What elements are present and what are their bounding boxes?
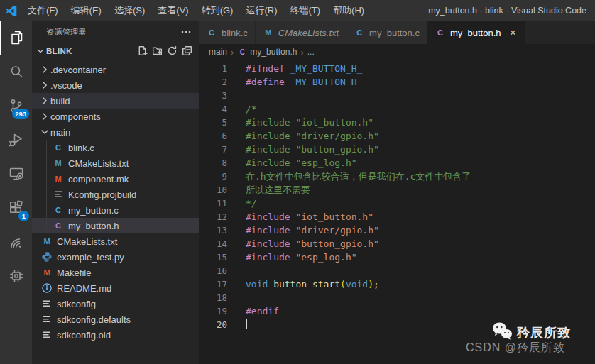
config-file-icon bbox=[41, 329, 53, 341]
activity-item-search[interactable] bbox=[0, 55, 32, 89]
tree-file-cmakelists.txt[interactable]: MCMakeLists.txt bbox=[32, 233, 199, 249]
new-file-button[interactable] bbox=[135, 44, 150, 58]
menu-r[interactable]: 运行(R) bbox=[239, 0, 283, 21]
code-line-20[interactable]: 20 bbox=[199, 318, 595, 331]
tree-file-my_button.c[interactable]: Cmy_button.c bbox=[32, 202, 199, 218]
line-number: 14 bbox=[199, 237, 227, 250]
config-file-icon bbox=[53, 189, 64, 200]
close-tab-icon[interactable]: × bbox=[507, 27, 518, 38]
menu-t[interactable]: 终端(T) bbox=[283, 0, 327, 21]
code-token: "driver/gpio.h" bbox=[295, 225, 378, 236]
code-line-8[interactable]: 8#include "esp_log.h" bbox=[199, 156, 595, 170]
code-line-7[interactable]: 7#include "button_gpio.h" bbox=[199, 143, 595, 156]
tree-file-kconfig.projbuild[interactable]: Kconfig.projbuild bbox=[32, 187, 199, 202]
tree-folder-.vscode[interactable]: .vscode bbox=[32, 77, 199, 93]
code-editor[interactable]: 1#ifndef _MY_BUTTON_H_2#define _MY_BUTTO… bbox=[199, 60, 595, 364]
tab-bar: Cblink.cMCMakeLists.txtCmy_button.cCmy_b… bbox=[199, 21, 595, 44]
code-line-3[interactable]: 3 bbox=[199, 89, 595, 102]
code-line-4[interactable]: 4/* bbox=[199, 102, 595, 116]
tab-cmakelists.txt[interactable]: MCMakeLists.txt bbox=[256, 21, 346, 44]
tree-item-label: sdkconfig.old bbox=[57, 330, 111, 341]
code-token bbox=[285, 77, 290, 87]
breadcrumb-item-...[interactable]: ... bbox=[307, 47, 315, 57]
tree-folder-main[interactable]: main bbox=[32, 124, 199, 140]
title-bar: 文件(F)编辑(E)选择(S)查看(V)转到(G)运行(R)终端(T)帮助(H)… bbox=[0, 0, 595, 21]
tab-blink.c[interactable]: Cblink.c bbox=[199, 21, 255, 44]
collapse-folders-button[interactable] bbox=[180, 44, 195, 58]
tree-file-sdkconfig[interactable]: sdkconfig bbox=[32, 296, 199, 311]
tree-item-label: my_button.c bbox=[68, 205, 119, 216]
code-line-13[interactable]: 13#include "driver/gpio.h" bbox=[199, 224, 595, 237]
activity-item-remote-explorer[interactable] bbox=[0, 158, 32, 192]
tree-folder-build[interactable]: build bbox=[32, 93, 199, 109]
tree-file-sdkconfig.defaults[interactable]: sdkconfig.defaults bbox=[32, 311, 199, 327]
code-line-18[interactable]: 18 bbox=[199, 291, 595, 304]
activity-item-source-control[interactable]: 293 bbox=[0, 89, 32, 123]
code-line-5[interactable]: 5#include "iot_button.h" bbox=[199, 116, 595, 129]
tree-file-makefile[interactable]: MMakefile bbox=[32, 265, 199, 280]
menu-h[interactable]: 帮助(H) bbox=[327, 0, 371, 21]
code-line-2[interactable]: 2#define _MY_BUTTON_H_ bbox=[199, 75, 595, 89]
tab-my_button.c[interactable]: Cmy_button.c bbox=[346, 21, 427, 44]
c-file-icon: C bbox=[53, 142, 64, 153]
refresh-icon bbox=[167, 45, 178, 57]
activity-item-espressif-idf[interactable] bbox=[0, 226, 32, 260]
activity-item-esp-idf-tools[interactable] bbox=[0, 260, 32, 294]
line-number: 6 bbox=[199, 129, 227, 143]
code-line-14[interactable]: 14#include "button_gpio.h" bbox=[199, 237, 595, 250]
tree-folder-.devcontainer[interactable]: .devcontainer bbox=[32, 62, 199, 77]
sidebar-title: 资源管理器 bbox=[46, 27, 87, 38]
code-line-1[interactable]: 1#ifndef _MY_BUTTON_H_ bbox=[199, 62, 595, 75]
tree-file-sdkconfig.old[interactable]: sdkconfig.old bbox=[32, 327, 199, 343]
code-token: #include "button_gpio.h" bbox=[246, 144, 379, 155]
breadcrumb-item-main[interactable]: main bbox=[209, 47, 227, 57]
code-line-12[interactable]: 12#include "iot_button.h" bbox=[199, 210, 595, 224]
code-token: "iot_button.h" bbox=[295, 211, 373, 222]
activity-item-explorer[interactable] bbox=[0, 21, 32, 55]
code-line-15[interactable]: 15#include "esp_log.h" bbox=[199, 250, 595, 264]
breadcrumb-item-my_button.h[interactable]: Cmy_button.h bbox=[237, 47, 297, 57]
new-folder-button[interactable] bbox=[150, 44, 165, 58]
code-line-16[interactable]: 16 bbox=[199, 264, 595, 277]
chevron-down-icon bbox=[35, 45, 46, 57]
tree-file-example_test.py[interactable]: example_test.py bbox=[32, 249, 199, 265]
tree-file-component.mk[interactable]: Mcomponent.mk bbox=[32, 171, 199, 187]
menu-e[interactable]: 编辑(E) bbox=[65, 0, 108, 21]
menu-f[interactable]: 文件(F) bbox=[21, 0, 65, 21]
refresh-explorer-button[interactable] bbox=[165, 44, 180, 58]
tree-file-cmakelists.txt[interactable]: MCMakeLists.txt bbox=[32, 155, 199, 171]
tree-file-readme.md[interactable]: README.md bbox=[32, 280, 199, 296]
sidebar-header: 资源管理器 bbox=[32, 21, 199, 43]
code-line-11[interactable]: 11*/ bbox=[199, 197, 595, 210]
line-number: 13 bbox=[199, 224, 227, 237]
config-file-icon bbox=[41, 314, 53, 325]
tab-my_button.h[interactable]: Cmy_button.h× bbox=[427, 21, 526, 44]
code-line-19[interactable]: 19#endif bbox=[199, 304, 595, 318]
tree-folder-components[interactable]: components bbox=[32, 109, 199, 124]
window-title: my_button.h - blink - Visual Studio Code bbox=[428, 0, 586, 21]
tree-item-label: blink.c bbox=[68, 143, 94, 153]
espressif-icon bbox=[8, 233, 25, 253]
code-token: */ bbox=[246, 198, 257, 209]
code-token: _MY_BUTTON_H_ bbox=[290, 63, 363, 74]
config-file-icon bbox=[41, 298, 53, 309]
activity-item-run-and-debug[interactable] bbox=[0, 123, 32, 158]
tree-item-label: main bbox=[50, 127, 70, 138]
menu-bar: 文件(F)编辑(E)选择(S)查看(V)转到(G)运行(R)终端(T)帮助(H) bbox=[21, 0, 371, 21]
tab-file-icon: C bbox=[354, 27, 365, 38]
code-line-17[interactable]: 17void button_start(void); bbox=[199, 277, 595, 291]
code-line-9[interactable]: 9在.h文件中包含比较合适，但是我们在.c文件中包含了 bbox=[199, 170, 595, 183]
code-line-10[interactable]: 10所以这里不需要 bbox=[199, 183, 595, 197]
tree-file-blink.c[interactable]: Cblink.c bbox=[32, 140, 199, 155]
menu-s[interactable]: 选择(S) bbox=[108, 0, 151, 21]
more-actions-icon[interactable] bbox=[179, 25, 193, 39]
menu-v[interactable]: 查看(V) bbox=[151, 0, 195, 21]
workspace-section-header[interactable]: BLINK bbox=[32, 43, 199, 60]
tree-file-my_button.h[interactable]: Cmy_button.h bbox=[32, 218, 199, 233]
tree-item-label: CMakeLists.txt bbox=[68, 158, 129, 169]
code-line-6[interactable]: 6#include "driver/gpio.h" bbox=[199, 129, 595, 143]
menu-g[interactable]: 转到(G) bbox=[195, 0, 240, 21]
tree-item-label: README.md bbox=[57, 283, 111, 294]
code-token: ; bbox=[373, 279, 379, 289]
activity-item-extensions[interactable]: 1 bbox=[0, 192, 32, 226]
